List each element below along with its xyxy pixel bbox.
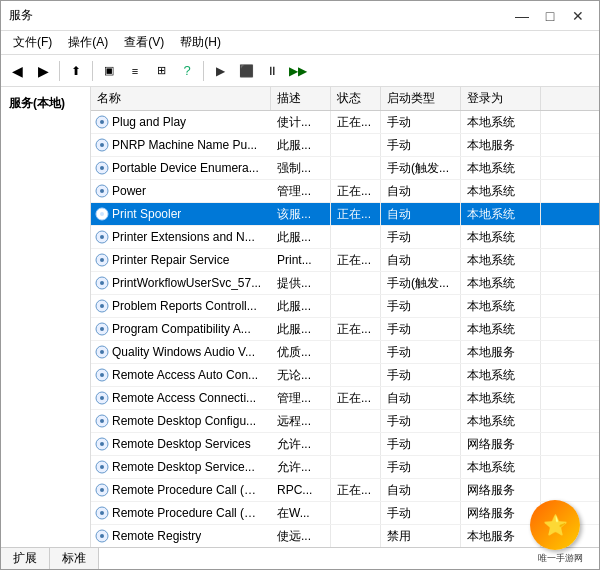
- col-header-startup[interactable]: 启动类型: [381, 87, 461, 110]
- service-name-cell: PrintWorkflowUserSvc_57...: [91, 272, 271, 294]
- table-row[interactable]: Remote Procedure Call (…RPC...正在...自动网络服…: [91, 479, 599, 502]
- table-row[interactable]: Printer Repair ServicePrint...正在...自动本地系…: [91, 249, 599, 272]
- table-row[interactable]: Remote Desktop Service...允许...手动本地系统: [91, 456, 599, 479]
- service-name: Remote Procedure Call (…: [112, 483, 256, 497]
- toolbar: ◀ ▶ ⬆ ▣ ≡ ⊞ ? ▶ ⬛ ⏸ ▶▶: [1, 55, 599, 87]
- service-desc: 此服...: [271, 226, 331, 248]
- play-button[interactable]: ▶: [208, 59, 232, 83]
- service-startup: 自动: [381, 249, 461, 271]
- service-startup: 手动: [381, 433, 461, 455]
- service-name: Remote Registry: [112, 529, 201, 543]
- svg-point-11: [100, 235, 104, 239]
- tab-extend[interactable]: 扩展: [1, 548, 50, 569]
- stop-button[interactable]: ⬛: [234, 59, 258, 83]
- menu-help[interactable]: 帮助(H): [172, 32, 229, 53]
- service-icon: [95, 345, 109, 359]
- table-row[interactable]: Remote Procedure Call (…在W...手动网络服务: [91, 502, 599, 525]
- table-row[interactable]: Remote Access Auto Con...无论...手动本地系统: [91, 364, 599, 387]
- maximize-button[interactable]: □: [537, 6, 563, 26]
- sidebar: 服务(本地): [1, 87, 91, 547]
- back-button[interactable]: ◀: [5, 59, 29, 83]
- service-login: 网络服务: [461, 433, 541, 455]
- service-status: [331, 456, 381, 478]
- service-name: Plug and Play: [112, 115, 186, 129]
- service-startup: 手动: [381, 341, 461, 363]
- properties-button[interactable]: ⊞: [149, 59, 173, 83]
- close-button[interactable]: ✕: [565, 6, 591, 26]
- menu-action[interactable]: 操作(A): [60, 32, 116, 53]
- help-button[interactable]: ?: [175, 59, 199, 83]
- title-bar: 服务 — □ ✕: [1, 1, 599, 31]
- table-row[interactable]: Remote Desktop Configu...远程...手动本地系统: [91, 410, 599, 433]
- table-row[interactable]: Remote Access Connecti...管理...正在...自动本地系…: [91, 387, 599, 410]
- service-name-cell: Remote Procedure Call (…: [91, 502, 271, 524]
- table-row[interactable]: Problem Reports Controll...此服...手动本地系统: [91, 295, 599, 318]
- service-desc: Print...: [271, 249, 331, 271]
- service-name: PrintWorkflowUserSvc_57...: [112, 276, 261, 290]
- service-login: 本地服务: [461, 341, 541, 363]
- col-header-name[interactable]: 名称: [91, 87, 271, 110]
- list-button[interactable]: ≡: [123, 59, 147, 83]
- pause-button[interactable]: ⏸: [260, 59, 284, 83]
- svg-point-33: [100, 488, 104, 492]
- col-header-desc[interactable]: 描述: [271, 87, 331, 110]
- content-area: 名称 描述 状态 启动类型 登录为 Plug and Play使计...正在..…: [91, 87, 599, 547]
- service-status: [331, 226, 381, 248]
- svg-point-7: [100, 189, 104, 193]
- minimize-button[interactable]: —: [509, 6, 535, 26]
- service-status: [331, 433, 381, 455]
- service-name: Remote Desktop Configu...: [112, 414, 256, 428]
- service-status: [331, 295, 381, 317]
- main-content: 服务(本地) 名称 描述 状态 启动类型 登录为 Plug and Play使计…: [1, 87, 599, 547]
- col-header-login[interactable]: 登录为: [461, 87, 541, 110]
- table-row[interactable]: PrintWorkflowUserSvc_57...提供...手动(触发...本…: [91, 272, 599, 295]
- logo-text: 唯一手游网: [530, 552, 590, 565]
- menu-bar: 文件(F) 操作(A) 查看(V) 帮助(H): [1, 31, 599, 55]
- service-icon: [95, 276, 109, 290]
- service-name-cell: Remote Desktop Services: [91, 433, 271, 455]
- table-row[interactable]: Quality Windows Audio V...优质...手动本地服务: [91, 341, 599, 364]
- service-name-cell: Printer Repair Service: [91, 249, 271, 271]
- service-startup: 手动(触发...: [381, 157, 461, 179]
- table-row[interactable]: Portable Device Enumera...强制...手动(触发...本…: [91, 157, 599, 180]
- svg-point-31: [100, 465, 104, 469]
- service-name: Quality Windows Audio V...: [112, 345, 255, 359]
- service-name: Program Compatibility A...: [112, 322, 251, 336]
- service-startup: 手动: [381, 456, 461, 478]
- service-icon: [95, 253, 109, 267]
- col-header-status[interactable]: 状态: [331, 87, 381, 110]
- table-row[interactable]: Plug and Play使计...正在...手动本地系统: [91, 111, 599, 134]
- service-startup: 手动: [381, 364, 461, 386]
- forward-button[interactable]: ▶: [31, 59, 55, 83]
- tab-standard[interactable]: 标准: [50, 548, 99, 569]
- service-login: 本地系统: [461, 249, 541, 271]
- table-row[interactable]: Remote Registry使远...禁用本地服务: [91, 525, 599, 547]
- table-row[interactable]: Power管理...正在...自动本地系统: [91, 180, 599, 203]
- service-icon: [95, 414, 109, 428]
- service-name: Remote Access Connecti...: [112, 391, 256, 405]
- svg-point-15: [100, 281, 104, 285]
- restart-button[interactable]: ▶▶: [286, 59, 310, 83]
- menu-file[interactable]: 文件(F): [5, 32, 60, 53]
- service-name: Problem Reports Controll...: [112, 299, 257, 313]
- service-status: [331, 525, 381, 547]
- service-startup: 自动: [381, 203, 461, 225]
- up-button[interactable]: ⬆: [64, 59, 88, 83]
- service-name-cell: Quality Windows Audio V...: [91, 341, 271, 363]
- table-row[interactable]: Printer Extensions and N...此服...手动本地系统: [91, 226, 599, 249]
- show-hide-button[interactable]: ▣: [97, 59, 121, 83]
- svg-point-9: [100, 212, 104, 216]
- table-row[interactable]: PNRP Machine Name Pu...此服...手动本地服务: [91, 134, 599, 157]
- service-desc: 提供...: [271, 272, 331, 294]
- menu-view[interactable]: 查看(V): [116, 32, 172, 53]
- service-name: Portable Device Enumera...: [112, 161, 259, 175]
- table-row[interactable]: Remote Desktop Services允许...手动网络服务: [91, 433, 599, 456]
- service-login: 本地系统: [461, 226, 541, 248]
- svg-point-23: [100, 373, 104, 377]
- table-row[interactable]: Print Spooler该服...正在...自动本地系统: [91, 203, 599, 226]
- svg-point-29: [100, 442, 104, 446]
- sidebar-label: 服务(本地): [9, 95, 82, 112]
- table-row[interactable]: Program Compatibility A...此服...正在...手动本地…: [91, 318, 599, 341]
- service-startup: 手动(触发...: [381, 272, 461, 294]
- service-login: 本地系统: [461, 111, 541, 133]
